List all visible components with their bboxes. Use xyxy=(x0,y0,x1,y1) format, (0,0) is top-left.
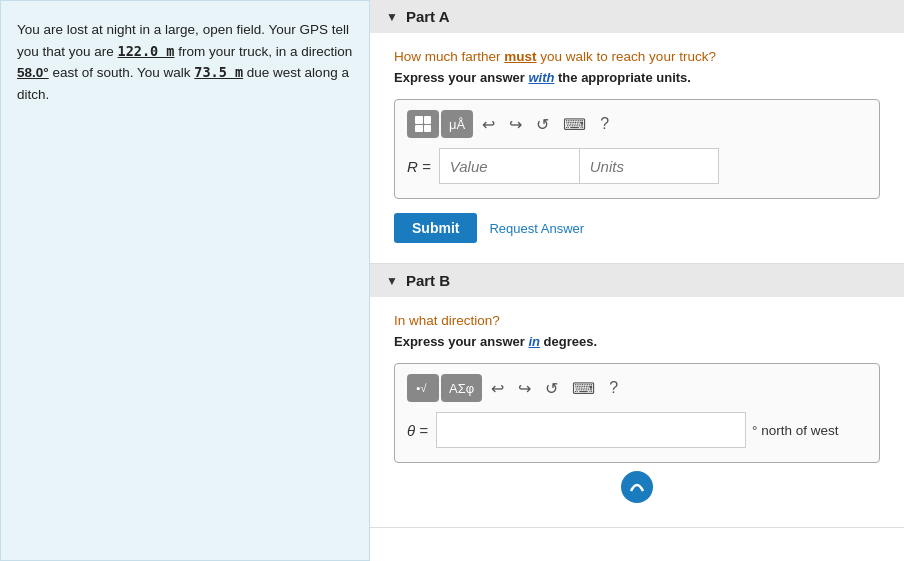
part-a-label: Part A xyxy=(406,8,450,25)
arc-svg xyxy=(627,477,647,497)
part-b-header[interactable]: ▼ Part B xyxy=(370,264,904,297)
must-emphasis: must xyxy=(504,49,536,64)
part-b-suffix: ° north of west xyxy=(752,423,838,438)
part-a-section: ▼ Part A How much farther must you walk … xyxy=(370,0,904,264)
with-emphasis: with xyxy=(528,70,554,85)
part-a-units-input[interactable] xyxy=(579,148,719,184)
part-b-section: ▼ Part B In what direction? Express your… xyxy=(370,264,904,528)
part-a-instruction: Express your answer with the appropriate… xyxy=(394,70,880,85)
part-a-grid-btn[interactable] xyxy=(407,110,439,138)
part-a-input-row: R = xyxy=(407,148,867,184)
part-a-redo-btn[interactable]: ↪ xyxy=(504,110,527,138)
part-a-btn-row: Submit Request Answer xyxy=(394,213,880,243)
part-b-instruction: Express your answer in degrees. xyxy=(394,334,880,349)
part-b-redo-btn[interactable]: ↪ xyxy=(513,374,536,402)
grid-icon xyxy=(415,116,431,132)
part-b-symbol-label: ΑΣφ xyxy=(449,381,474,396)
part-b-input-row: θ = ° north of west xyxy=(407,412,867,448)
part-b-answer-box: ▪√ ΑΣφ ↩ ↪ ↺ ⌨ ? θ = ° nor xyxy=(394,363,880,463)
part-b-format-group: ▪√ ΑΣφ xyxy=(407,374,482,402)
part-b-math-label: ▪√ xyxy=(417,382,430,394)
part-a-undo-btn[interactable]: ↩ xyxy=(477,110,500,138)
part-b-keyboard-btn[interactable]: ⌨ xyxy=(567,374,600,402)
part-b-value-input[interactable] xyxy=(436,412,746,448)
part-a-answer-box: μÅ ↩ ↪ ↺ ⌨ ? R = xyxy=(394,99,880,199)
part-a-refresh-btn[interactable]: ↺ xyxy=(531,110,554,138)
part-a-submit-btn[interactable]: Submit xyxy=(394,213,477,243)
part-b-math-btn[interactable]: ▪√ xyxy=(407,374,439,402)
part-a-header[interactable]: ▼ Part A xyxy=(370,0,904,33)
bottom-hint xyxy=(394,463,880,507)
arc-circle-icon xyxy=(621,471,653,503)
walk-distance-highlight: 73.5 m xyxy=(194,64,243,80)
part-b-help-btn[interactable]: ? xyxy=(604,374,623,402)
part-a-body: How much farther must you walk to reach … xyxy=(370,33,904,263)
part-a-toolbar: μÅ ↩ ↪ ↺ ⌨ ? xyxy=(407,110,867,138)
part-a-symbol-btn[interactable]: μÅ xyxy=(441,110,473,138)
in-emphasis: in xyxy=(528,334,540,349)
right-panel: ▼ Part A How much farther must you walk … xyxy=(370,0,904,561)
part-b-label: Part B xyxy=(406,272,450,289)
direction-highlight: 58.0° xyxy=(17,65,49,80)
part-a-question: How much farther must you walk to reach … xyxy=(394,49,880,64)
part-b-input-label: θ = xyxy=(407,422,428,439)
distance-highlight: 122.0 m xyxy=(118,43,175,59)
part-a-symbol-label: μÅ xyxy=(449,117,465,132)
part-a-format-group: μÅ xyxy=(407,110,473,138)
part-b-body: In what direction? Express your answer i… xyxy=(370,297,904,527)
part-a-arrow-icon: ▼ xyxy=(386,10,398,24)
part-b-arrow-icon: ▼ xyxy=(386,274,398,288)
part-a-value-input[interactable] xyxy=(439,148,579,184)
part-b-symbol-btn[interactable]: ΑΣφ xyxy=(441,374,482,402)
part-b-undo-btn[interactable]: ↩ xyxy=(486,374,509,402)
part-a-keyboard-btn[interactable]: ⌨ xyxy=(558,110,591,138)
part-a-request-link[interactable]: Request Answer xyxy=(489,221,584,236)
part-b-refresh-btn[interactable]: ↺ xyxy=(540,374,563,402)
part-b-question: In what direction? xyxy=(394,313,880,328)
problem-text: You are lost at night in a large, open f… xyxy=(17,19,353,105)
problem-panel: You are lost at night in a large, open f… xyxy=(0,0,370,561)
part-a-input-label: R = xyxy=(407,158,431,175)
part-b-toolbar: ▪√ ΑΣφ ↩ ↪ ↺ ⌨ ? xyxy=(407,374,867,402)
part-a-help-btn[interactable]: ? xyxy=(595,110,614,138)
